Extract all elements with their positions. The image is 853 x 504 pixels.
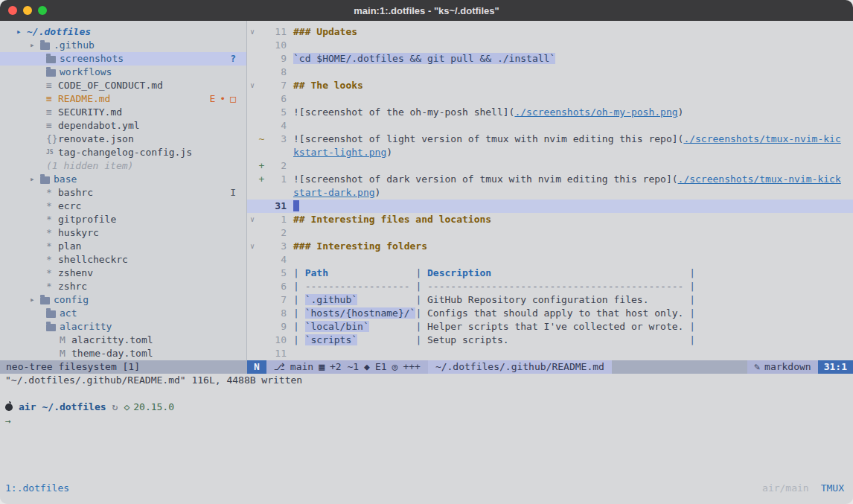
line-text: | `.github` | GitHub Repository configur… <box>287 293 695 307</box>
tree-item-base[interactable]: ▸ base <box>0 173 246 186</box>
neotree-sidebar[interactable]: ▸ ~/.dotfiles ▸ .github screenshots ? <box>0 21 247 360</box>
tree-item-zshenv[interactable]: * zshenv <box>0 267 246 280</box>
editor-table-row-line[interactable]: 10 | `scripts` | Setup scripts. | <box>247 334 853 347</box>
editor-line[interactable]: + 2 <box>247 159 853 173</box>
shell-file-icon: * <box>46 186 58 200</box>
tree-item-label: gitprofile <box>58 213 116 226</box>
tree-item-renovate[interactable]: {} renovate.json <box>0 133 246 146</box>
editor-line[interactable]: 4 <box>247 119 853 133</box>
tree-item-code-of-conduct[interactable]: ≡ CODE_OF_CONDUCT.md <box>0 79 246 92</box>
editor-line[interactable]: 9 `cd $HOME/.dotfiles && git pull && ./i… <box>247 52 853 66</box>
expander-icon[interactable]: ▸ <box>30 173 40 186</box>
tree-item-readme[interactable]: ≡ README.md E • □ <box>0 92 246 106</box>
shell-file-icon: * <box>46 200 58 213</box>
line-number: 2 <box>266 226 287 240</box>
editor-line-wrap[interactable]: start-dark.png) <box>247 186 853 200</box>
lualine: N ⎇ main ▦ +2 ~1 ◆ E1 ◎ +++ ~/.dotfiles/… <box>247 360 853 374</box>
tree-item-shellcheckrc[interactable]: * shellcheckrc <box>0 253 246 267</box>
editor-line[interactable]: 8 <box>247 66 853 79</box>
prompt-arrow-icon: → <box>5 415 11 427</box>
editor-table-header-line[interactable]: 5 | Path | Description | <box>247 267 853 280</box>
titlebar[interactable]: main:1:.dotfiles - "ks~/.dotfiles" <box>0 0 853 21</box>
minimize-button[interactable] <box>23 6 32 15</box>
shell-file-icon: * <box>46 267 58 280</box>
tree-item-dotfiles-root[interactable]: ▸ ~/.dotfiles <box>0 25 246 39</box>
editor-table-separator-line[interactable]: 6 | ------------------ | ---------------… <box>247 280 853 293</box>
tmux-badge: TMUX <box>821 482 844 494</box>
line-number: 6 <box>266 280 287 293</box>
editor-line-wrap[interactable]: kstart-light.png) <box>247 146 853 159</box>
tree-item-bashrc[interactable]: * bashrc I <box>0 186 246 200</box>
tree-item-label: .github <box>54 39 95 52</box>
editor-line[interactable]: ∨ 1 ## Interesting files and locations <box>247 213 853 226</box>
tree-item-act[interactable]: act <box>0 307 246 320</box>
tree-item-label: bashrc <box>58 186 93 200</box>
tree-item-workflows[interactable]: workflows <box>0 66 246 79</box>
expander-icon[interactable]: ▸ <box>30 293 40 307</box>
tree-item-github[interactable]: ▸ .github <box>0 39 246 52</box>
zoom-button[interactable] <box>38 6 47 15</box>
line-number: 10 <box>266 39 287 52</box>
line-number: 7 <box>266 79 287 92</box>
expander-icon[interactable]: ▸ <box>30 39 40 52</box>
line-text: `cd $HOME/.dotfiles && git pull && ./ins… <box>287 52 555 66</box>
editor-buffer[interactable]: ∨ 11 ### Updates 10 9 `cd $HOME/.dotfile… <box>247 21 853 360</box>
editor-table-row-line[interactable]: 8 | `hosts/{hostname}/`| Configs that sh… <box>247 307 853 320</box>
folder-icon <box>46 324 56 331</box>
apple-icon <box>5 403 13 411</box>
fold-open-icon[interactable]: ∨ <box>247 240 258 253</box>
tree-item-tag-changelog[interactable]: JS tag-changelog-config.js <box>0 146 246 159</box>
tree-item-gitprofile[interactable]: * gitprofile <box>0 213 246 226</box>
editor-line[interactable]: 4 <box>247 253 853 267</box>
tmux-window-label[interactable]: 1:.dotfiles <box>5 482 69 494</box>
javascript-file-icon: JS <box>46 146 58 159</box>
editor-table-row-line[interactable]: 9 | `local/bin` | Helper scripts that I'… <box>247 320 853 334</box>
tree-item-screenshots[interactable]: screenshots ? <box>0 52 246 66</box>
prompt-arrow-line[interactable]: → <box>5 415 853 428</box>
fold-open-icon[interactable]: ∨ <box>247 79 258 92</box>
line-text: ![screenshot of light version of tmux wi… <box>287 133 841 146</box>
editor-line[interactable]: 5 ![screenshot of the oh-my-posh shell](… <box>247 106 853 119</box>
editor-line[interactable]: ∨ 11 ### Updates <box>247 25 853 39</box>
markdown-file-icon: ≡ <box>46 92 58 106</box>
line-number: 5 <box>266 106 287 119</box>
editor-line[interactable]: ~ 3 ![screenshot of light version of tmu… <box>247 133 853 146</box>
expander-icon[interactable]: ▸ <box>16 25 27 39</box>
editor-line[interactable]: ∨ 7 ## The looks <box>247 79 853 92</box>
close-button[interactable] <box>8 6 17 15</box>
line-number: 9 <box>266 320 287 334</box>
line-number: 1 <box>266 173 287 186</box>
tree-item-label: CODE_OF_CONDUCT.md <box>58 79 163 92</box>
traffic-lights <box>8 6 47 15</box>
shell-file-icon: * <box>46 253 58 267</box>
line-number: 7 <box>266 293 287 307</box>
editor-table-row-line[interactable]: 7 | `.github` | GitHub Repository config… <box>247 293 853 307</box>
editor-line[interactable]: + 1 ![screenshot of dark version of tmux… <box>247 173 853 186</box>
tree-item-huskyrc[interactable]: * huskyrc <box>0 226 246 240</box>
shell-prompt-area[interactable]: air ~/.dotfiles ↻ ◇ 20.15.0 → <box>0 401 853 428</box>
toml-file-icon: M <box>60 334 71 347</box>
tree-item-plan[interactable]: * plan <box>0 240 246 253</box>
editor-line[interactable]: ∨ 3 ### Interesting folders <box>247 240 853 253</box>
editor-line[interactable]: 2 <box>247 226 853 240</box>
shell-file-icon: * <box>46 240 58 253</box>
tree-item-dependabot[interactable]: ≡ dependabot.yml <box>0 119 246 133</box>
tree-item-theme-day-toml[interactable]: M theme-day.toml <box>0 347 246 360</box>
editor-line[interactable]: 6 <box>247 92 853 106</box>
tree-item-zshrc[interactable]: * zshrc <box>0 280 246 293</box>
hidden-items-label: (1 hidden item) <box>46 159 133 173</box>
editor-cursor-line[interactable]: 31 <box>247 200 853 213</box>
tree-item-label: tag-changelog-config.js <box>58 146 192 159</box>
tree-item-alacritty-toml[interactable]: M alacritty.toml <box>0 334 246 347</box>
tree-item-alacritty[interactable]: alacritty <box>0 320 246 334</box>
fold-open-icon[interactable]: ∨ <box>247 213 258 226</box>
tree-item-security[interactable]: ≡ SECURITY.md <box>0 106 246 119</box>
tree-item-ecrc[interactable]: * ecrc <box>0 200 246 213</box>
tree-item-config[interactable]: ▸ config <box>0 293 246 307</box>
fold-open-icon[interactable]: ∨ <box>247 25 258 39</box>
editor-line[interactable]: 10 <box>247 39 853 52</box>
tree-item-hidden-count[interactable]: (1 hidden item) <box>0 159 246 173</box>
line-text <box>287 200 299 213</box>
editor-line[interactable]: 11 <box>247 347 853 360</box>
shell-file-icon: * <box>46 280 58 293</box>
